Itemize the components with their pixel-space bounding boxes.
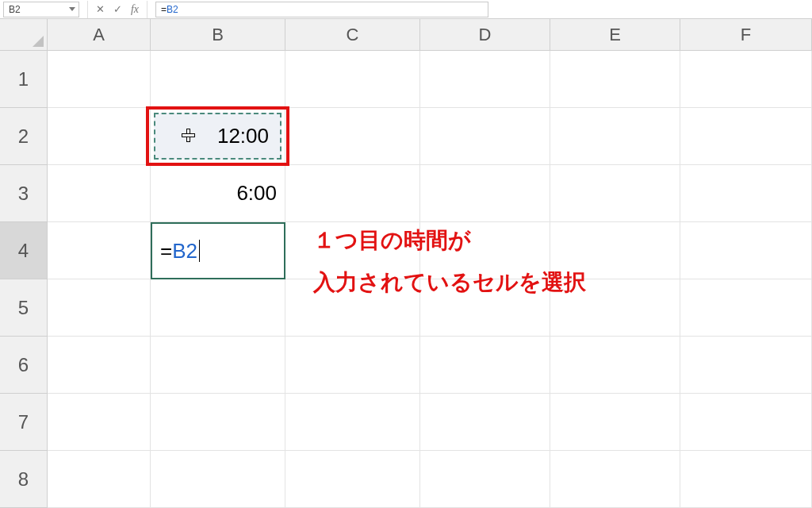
cell-e8[interactable] [550,451,680,508]
cell-d7[interactable] [420,394,550,451]
cell-b4-prefix: = [160,239,172,264]
column-headers: A B C D E F [48,19,812,51]
check-icon: ✓ [113,3,122,15]
cell-a7[interactable] [48,394,151,451]
cell-c8[interactable] [285,451,420,508]
cell-b2-marquee: 12:00 [154,113,282,160]
row-header-2[interactable]: 2 [0,108,48,165]
worksheet: A B C D E F 1 2 3 4 5 6 7 8 [0,19,812,508]
row-header-4[interactable]: 4 [0,222,48,279]
cell-a5[interactable] [48,279,151,337]
formula-reference: B2 [167,4,178,15]
cell-c3[interactable] [285,165,420,222]
separator [87,1,88,18]
cell-c6[interactable] [285,337,420,394]
cell-b1[interactable] [151,51,285,108]
cell-a6[interactable] [48,337,151,394]
formula-prefix: = [161,4,167,15]
formula-input[interactable]: =B2 [155,2,488,17]
name-box[interactable]: B2 [3,2,79,17]
col-header-b[interactable]: B [151,19,285,51]
text-caret [199,240,200,262]
enter-button[interactable]: ✓ [109,2,126,17]
cell-b4-reference: B2 [172,239,197,264]
row-header-1[interactable]: 1 [0,51,48,108]
cell-b3[interactable]: 6:00 [151,165,285,222]
cell-e2[interactable] [550,108,680,165]
col-header-c[interactable]: C [285,19,420,51]
cell-c7[interactable] [285,394,420,451]
cell-c1[interactable] [285,51,420,108]
cell-a3[interactable] [48,165,151,222]
row-header-3[interactable]: 3 [0,165,48,222]
row-header-8[interactable]: 8 [0,451,48,508]
cell-f1[interactable] [680,51,812,108]
cell-f3[interactable] [680,165,812,222]
formula-bar: B2 ✕ ✓ fx =B2 [0,0,812,19]
cell-f8[interactable] [680,451,812,508]
annotation-line-1: １つ目の時間が [313,219,586,261]
annotation-text: １つ目の時間が 入力されているセルを選択 [313,219,586,303]
cell-e3[interactable] [550,165,680,222]
cell-b5[interactable] [151,279,285,337]
cell-b3-value: 6:00 [236,181,277,206]
separator [147,1,147,18]
cell-a8[interactable] [48,451,151,508]
fx-icon: fx [131,3,139,16]
cell-a2[interactable] [48,108,151,165]
cell-b7[interactable] [151,394,285,451]
cell-e6[interactable] [550,337,680,394]
cell-e1[interactable] [550,51,680,108]
row-header-5[interactable]: 5 [0,279,48,337]
annotation-line-2: 入力されているセルを選択 [313,261,586,303]
cell-d8[interactable] [420,451,550,508]
col-header-f[interactable]: F [680,19,812,51]
cell-a4[interactable] [48,222,151,279]
insert-function-button[interactable]: fx [126,2,144,17]
name-box-value: B2 [9,4,21,15]
row-headers: 1 2 3 4 5 6 7 8 [0,51,48,508]
cell-b4[interactable]: =B2 [151,222,285,279]
cell-d3[interactable] [420,165,550,222]
cell-d2[interactable] [420,108,550,165]
cell-f5[interactable] [680,279,812,337]
cancel-button[interactable]: ✕ [91,2,109,17]
row-header-6[interactable]: 6 [0,337,48,394]
cell-b2-value: 12:00 [217,124,269,148]
cell-a1[interactable] [48,51,151,108]
cell-b2[interactable]: 12:00 [151,108,285,165]
cell-d1[interactable] [420,51,550,108]
cell-f6[interactable] [680,337,812,394]
chevron-down-icon[interactable] [69,7,75,11]
x-icon: ✕ [96,3,105,15]
cell-e7[interactable] [550,394,680,451]
cell-b6[interactable] [151,337,285,394]
col-header-e[interactable]: E [550,19,680,51]
cell-b8[interactable] [151,451,285,508]
cell-c2[interactable] [285,108,420,165]
col-header-a[interactable]: A [48,19,151,51]
cell-f4[interactable] [680,222,812,279]
select-all-corner[interactable] [0,19,48,51]
cell-d6[interactable] [420,337,550,394]
cell-cursor-icon [182,129,194,141]
col-header-d[interactable]: D [420,19,550,51]
cell-f2[interactable] [680,108,812,165]
row-header-7[interactable]: 7 [0,394,48,451]
cell-f7[interactable] [680,394,812,451]
